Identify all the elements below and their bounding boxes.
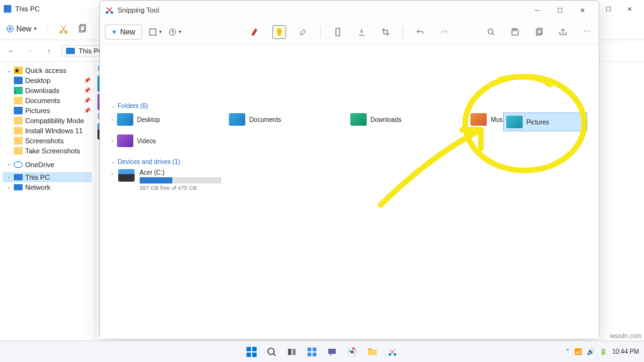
task-view-button[interactable] [284, 344, 300, 360]
cut-icon[interactable] [58, 24, 69, 34]
svg-rect-20 [288, 349, 291, 355]
touch-writing-tool[interactable] [355, 25, 369, 39]
share-button[interactable] [556, 25, 570, 39]
svg-rect-21 [292, 349, 296, 355]
tree-documents[interactable]: Documents📌 [3, 96, 92, 106]
svg-rect-18 [252, 353, 257, 357]
tree-screenshots[interactable]: Screenshots [3, 136, 92, 146]
svg-point-31 [394, 353, 396, 356]
svg-point-1 [60, 31, 62, 33]
battery-icon[interactable]: 🔋 [599, 348, 607, 355]
chrome-icon[interactable] [344, 344, 360, 360]
up-button[interactable]: ↑ [43, 45, 55, 57]
tree-thispc[interactable]: ›This PC [3, 172, 92, 182]
pc-icon [66, 48, 75, 54]
quick-access[interactable]: ⌄★Quick access [3, 65, 92, 75]
folder-desktop[interactable]: ›Desktop [111, 113, 160, 126]
snipping-tool-icon [105, 6, 114, 14]
eraser-tool[interactable] [296, 25, 310, 39]
folder-videos[interactable]: ›Videos [111, 134, 160, 147]
svg-point-30 [389, 353, 391, 356]
svg-rect-7 [150, 29, 156, 35]
crop-tool[interactable] [379, 25, 392, 39]
svg-rect-13 [538, 28, 542, 34]
snip-title-bar[interactable]: Snipping Tool ─ ☐ ✕ [100, 1, 599, 19]
tree-pictures[interactable]: Pictures📌 [3, 106, 92, 116]
snip-mode-dropdown[interactable]: ▾ [148, 28, 162, 36]
taskbar[interactable]: ˄ 📶 🔊 🔋 10:44 PM [0, 341, 644, 362]
drives-header[interactable]: ⌄Devices and drives (1) [111, 158, 587, 165]
snip-canvas[interactable]: ⌄Folders (6) ›Desktop ›Videos Documents … [100, 45, 599, 339]
folders-header[interactable]: ⌄Folders (6) [111, 102, 587, 109]
tree-network[interactable]: ›Network [3, 182, 92, 192]
svg-rect-24 [308, 353, 311, 356]
drive-usage-bar [140, 177, 221, 184]
tree-install[interactable]: Install Windows 11 [3, 126, 92, 136]
start-button[interactable] [243, 344, 260, 360]
snipping-taskbar-icon[interactable] [384, 344, 401, 360]
save-button[interactable] [508, 25, 522, 39]
ruler-tool[interactable] [331, 25, 345, 39]
svg-rect-15 [247, 347, 251, 351]
drive-c[interactable]: › Acer (C:) 287 GB free of 475 GB [111, 169, 587, 191]
zoom-tool[interactable] [484, 25, 498, 39]
copy-icon[interactable] [77, 24, 87, 34]
close-button[interactable]: ✕ [619, 0, 640, 18]
folder-downloads[interactable]: Downloads [350, 113, 401, 126]
svg-rect-12 [536, 30, 541, 35]
folder-documents[interactable]: Documents [229, 113, 281, 126]
ballpoint-pen-tool[interactable] [248, 25, 262, 39]
svg-rect-23 [313, 348, 316, 351]
navigation-tree[interactable]: ⌄★Quick access Desktop📌 ↓Downloads📌 Docu… [0, 62, 94, 348]
folder-pictures[interactable]: Pictures [503, 112, 587, 131]
wifi-icon[interactable]: 📶 [574, 348, 582, 355]
svg-point-5 [106, 11, 108, 14]
snip-title-text: Snipping Tool [118, 6, 159, 14]
search-button[interactable] [264, 344, 280, 360]
svg-point-6 [111, 11, 113, 14]
svg-rect-29 [368, 348, 372, 350]
svg-rect-11 [513, 29, 516, 31]
svg-point-2 [65, 31, 67, 33]
svg-rect-16 [252, 347, 257, 351]
svg-rect-28 [368, 349, 377, 355]
watermark: wsxdn.com [610, 332, 641, 339]
tray-chevron-icon[interactable]: ˄ [566, 348, 569, 355]
svg-rect-22 [308, 348, 311, 351]
snipping-tool-window: Snipping Tool ─ ☐ ✕ +New ▾ ▾ ⋯ [99, 0, 599, 339]
redo-button[interactable] [437, 25, 451, 39]
undo-button[interactable] [413, 25, 427, 39]
widgets-button[interactable] [304, 344, 320, 360]
back-button[interactable]: ← [5, 45, 18, 57]
tree-desktop[interactable]: Desktop📌 [3, 75, 92, 85]
new-button[interactable]: New ▾ [6, 25, 36, 33]
snip-minimize[interactable]: ─ [526, 1, 548, 19]
tree-take[interactable]: Take Screenshots [3, 146, 92, 156]
more-button[interactable]: ⋯ [580, 25, 594, 39]
drive-icon [118, 169, 135, 182]
forward-button[interactable]: → [24, 45, 36, 57]
svg-rect-9 [336, 28, 340, 36]
clock[interactable]: 10:44 PM [612, 348, 639, 355]
maximize-button[interactable]: ☐ [597, 0, 619, 18]
snip-maximize[interactable]: ☐ [548, 1, 571, 19]
snip-delay-dropdown[interactable]: ▾ [168, 28, 181, 36]
snip-new-button[interactable]: +New [105, 25, 142, 40]
explorer-title: This PC [15, 5, 40, 13]
copy-button[interactable] [532, 25, 546, 39]
tree-downloads[interactable]: ↓Downloads📌 [3, 85, 92, 96]
snip-toolbar: +New ▾ ▾ ⋯ [100, 19, 599, 45]
chat-button[interactable] [324, 344, 340, 360]
svg-point-10 [488, 29, 493, 34]
svg-rect-17 [247, 353, 251, 357]
volume-icon[interactable]: 🔊 [587, 348, 594, 355]
snip-close[interactable]: ✕ [571, 1, 594, 19]
tree-onedrive[interactable]: ›OneDrive [3, 160, 92, 170]
highlighter-tool[interactable] [272, 25, 286, 39]
this-pc-icon [4, 5, 11, 13]
folder-music[interactable]: Music [470, 113, 507, 126]
svg-point-19 [268, 348, 274, 354]
explorer-taskbar-icon[interactable] [364, 344, 380, 360]
tree-compat[interactable]: Compatibility Mode [3, 116, 92, 126]
svg-rect-25 [313, 353, 316, 356]
